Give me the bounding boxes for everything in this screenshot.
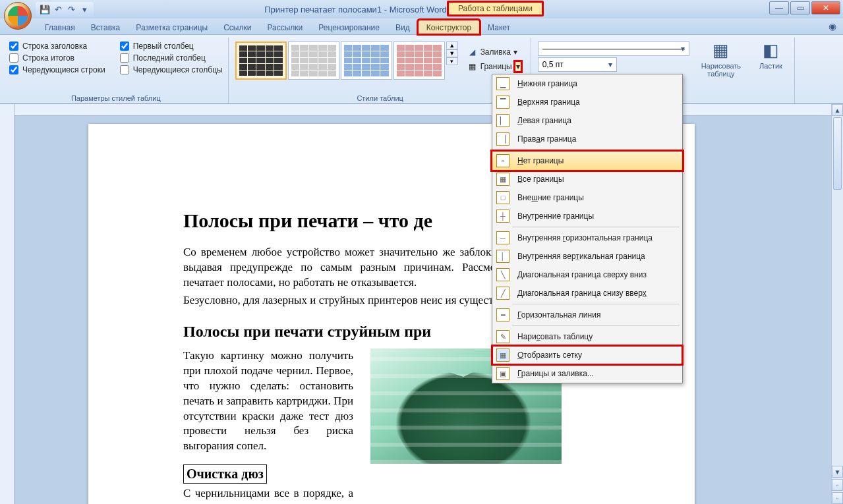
eraser-button[interactable]: ◧Ластик [753, 38, 789, 80]
tab-layout[interactable]: Макет [480, 20, 518, 34]
check-header-row[interactable]: Строка заголовка [9, 42, 105, 51]
qat-more-icon[interactable]: ▾ [79, 4, 90, 14]
top-border-icon: ▔ [496, 96, 509, 109]
scroll-down-button[interactable]: ▼ [832, 466, 843, 478]
tab-review[interactable]: Рецензирование [310, 20, 388, 34]
tab-mailings[interactable]: Рассылки [259, 20, 310, 34]
check-banded-rows[interactable]: Чередующиеся строки [9, 65, 105, 74]
dd-outside-borders[interactable]: □Внешние границы [492, 188, 682, 207]
dd-right-border[interactable]: ▕Правая граница [492, 130, 682, 148]
diag-up-icon: ╱ [496, 287, 509, 300]
gridlines-icon: ▦ [496, 349, 509, 362]
pen-weight-select[interactable]: 0,5 пт [538, 57, 617, 72]
borders-dropdown-arrow[interactable]: ▾ [515, 61, 521, 72]
group-label-options: Параметры стилей таблиц [9, 94, 223, 103]
ribbon: Строка заголовка Строка итогов Чередующи… [0, 34, 843, 104]
doc-paragraph-3: Такую картинку можно получить при плохой… [183, 349, 353, 455]
dd-no-border[interactable]: ▫Нет границы [492, 151, 683, 171]
check-last-col[interactable]: Последний столбец [120, 53, 223, 63]
ribbon-tabs: Главная Вставка Разметка страницы Ссылки… [0, 18, 843, 34]
table-style-1[interactable] [235, 42, 287, 80]
office-button[interactable] [4, 2, 32, 30]
tab-page-layout[interactable]: Разметка страницы [128, 20, 216, 34]
check-first-col[interactable]: Первый столбец [120, 42, 223, 51]
inside-borders-icon: ┼ [496, 210, 509, 223]
next-page-button[interactable]: ◦ [832, 492, 843, 504]
dd-diagonal-down[interactable]: ╲Диагональная граница сверху вниз [492, 266, 682, 284]
dd-left-border[interactable]: ▏Левая граница [492, 111, 682, 130]
eraser-icon: ◧ [763, 40, 779, 61]
diag-down-icon: ╲ [496, 268, 509, 281]
styles-scroll-up[interactable]: ▲ [446, 42, 458, 49]
table-style-3[interactable] [341, 42, 392, 80]
styles-more[interactable]: ▾ [446, 57, 458, 65]
tab-view[interactable]: Вид [388, 20, 418, 34]
outside-borders-icon: □ [496, 191, 509, 204]
left-border-icon: ▏ [496, 114, 509, 127]
table-style-2[interactable] [288, 42, 339, 80]
dd-inside-vertical[interactable]: │Внутренняя вертикальная граница [492, 247, 682, 266]
quick-access-toolbar: 💾 ↶ ↷ ▾ [36, 2, 94, 16]
doc-heading-3: Очистка дюз [183, 464, 267, 484]
tab-home[interactable]: Главная [37, 20, 83, 34]
group-table-styles: ▲ ▼ ▾ ◢Заливка ▾ ▦Границы▾ Стили таблиц [230, 38, 531, 103]
borders-dropdown-menu: ▁ННижняя границаижняя граница ▔Верхняя г… [492, 74, 683, 383]
dd-inside-borders[interactable]: ┼Внутренние границы [492, 207, 682, 225]
document-area: Полосы при печати – что де Со временем л… [0, 104, 831, 504]
dd-inside-horizontal[interactable]: ─Внутренняя горизонтальная граница [492, 229, 682, 247]
right-border-icon: ▕ [496, 132, 509, 146]
hline-icon: ━ [496, 308, 509, 322]
redo-icon[interactable]: ↷ [66, 4, 76, 14]
vertical-ruler[interactable] [0, 104, 15, 504]
shading-button[interactable]: ◢Заливка ▾ [463, 45, 525, 59]
pencil-table-icon: ▦ [712, 40, 729, 61]
prev-page-button[interactable]: ◦ [832, 479, 843, 491]
tab-design[interactable]: Конструктор [418, 20, 480, 34]
borders-button[interactable]: ▦Границы▾ [463, 60, 525, 73]
title-bar: 💾 ↶ ↷ ▾ Принтер печатает полосами1 - Mic… [0, 0, 843, 18]
dd-all-borders[interactable]: ▦Все границы [492, 170, 682, 188]
check-total-row[interactable]: Строка итогов [9, 53, 105, 63]
scroll-thumb[interactable] [833, 117, 842, 190]
styles-scroll-down[interactable]: ▼ [446, 49, 458, 57]
paint-bucket-icon: ◢ [467, 47, 478, 57]
no-border-icon: ▫ [496, 154, 509, 167]
dd-bottom-border[interactable]: ▁ННижняя границаижняя граница [492, 74, 682, 93]
help-icon[interactable]: ◉ [828, 21, 836, 32]
undo-icon[interactable]: ↶ [53, 4, 63, 14]
check-banded-cols[interactable]: Чередующиеся столбцы [120, 65, 223, 74]
pen-style-select[interactable] [538, 42, 689, 56]
group-label-styles: Стили таблиц [235, 94, 525, 103]
draw-table-button[interactable]: ▦Нарисовать таблицу [695, 38, 747, 80]
maximize-button[interactable]: ▭ [790, 1, 810, 14]
group-table-style-options: Строка заголовка Строка итогов Чередующи… [4, 38, 229, 103]
inside-v-border-icon: │ [496, 250, 509, 263]
minimize-button[interactable]: — [769, 1, 789, 14]
window-title: Принтер печатает полосами1 - Microsoft W… [0, 5, 711, 14]
vertical-scrollbar[interactable]: ▲ ▼ ◦ ◦ [831, 104, 843, 504]
contextual-tab-label: Работа с таблицами [447, 1, 544, 16]
draw-table-icon: ✎ [496, 330, 509, 343]
inside-h-border-icon: ─ [496, 231, 509, 244]
dd-diagonal-up[interactable]: ╱Диагональная граница снизу вверх [492, 284, 682, 302]
dd-view-gridlines[interactable]: ▦Отобразить сетку [492, 346, 682, 364]
dd-borders-and-shading[interactable]: ▣Границы и заливка... [492, 364, 682, 383]
borders-shading-icon: ▣ [496, 367, 509, 380]
dd-top-border[interactable]: ▔Верхняя граница [492, 93, 682, 111]
bottom-border-icon: ▁ [496, 77, 509, 90]
tab-insert[interactable]: Вставка [83, 20, 129, 34]
dd-draw-table[interactable]: ✎Нарисовать таблицу [492, 327, 682, 346]
horizontal-ruler[interactable] [15, 104, 831, 116]
table-style-4[interactable] [393, 42, 445, 80]
all-borders-icon: ▦ [496, 173, 509, 186]
save-icon[interactable]: 💾 [40, 4, 50, 14]
scroll-up-button[interactable]: ▲ [832, 104, 843, 116]
dd-horizontal-line[interactable]: ━Горизонтальная линия [492, 306, 682, 324]
doc-paragraph-4: С чернильницами все в порядке, а принтер… [183, 486, 353, 504]
tab-references[interactable]: Ссылки [216, 20, 259, 34]
close-button[interactable]: ✕ [811, 1, 840, 14]
borders-icon: ▦ [467, 61, 478, 72]
